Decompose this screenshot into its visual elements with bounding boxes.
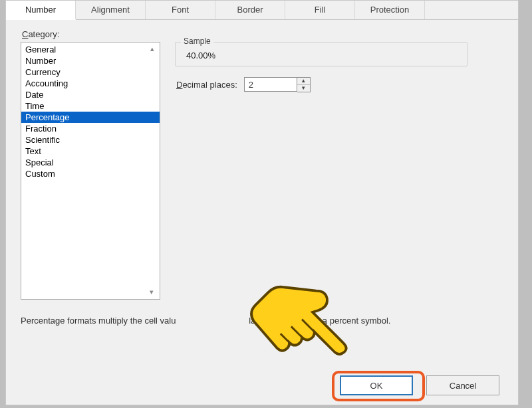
scroll-down-icon[interactable]: ▾ [146, 287, 157, 296]
sample-group: Sample 40.00% [175, 42, 467, 66]
category-item-percentage[interactable]: Percentage [21, 112, 160, 123]
svg-line-1 [291, 326, 302, 337]
tab-number[interactable]: Number [6, 1, 76, 20]
dialog-body: Category: General Number Currency Accoun… [6, 20, 518, 300]
settings-panel: Sample 40.00% Decimal places: ▲ ▼ [175, 42, 503, 300]
tab-alignment[interactable]: Alignment [76, 1, 146, 19]
category-item-number[interactable]: Number [21, 55, 160, 66]
ok-button[interactable]: OK [340, 375, 413, 395]
decimal-places-input[interactable] [244, 77, 297, 92]
scroll-up-icon[interactable]: ▴ [147, 44, 158, 53]
spinner-down-icon[interactable]: ▼ [297, 85, 310, 92]
decimal-places-spinner[interactable]: ▲ ▼ [244, 77, 311, 92]
svg-line-2 [281, 334, 289, 342]
dialog-button-row: OK Cancel [340, 375, 499, 395]
sample-value: 40.00% [186, 51, 460, 60]
category-item-accounting[interactable]: Accounting [21, 78, 160, 89]
category-label: Category: [22, 29, 503, 39]
cancel-button[interactable]: Cancel [426, 375, 499, 395]
category-item-special[interactable]: Special [21, 157, 160, 168]
tab-fill[interactable]: Fill [285, 1, 355, 19]
tab-font[interactable]: Font [146, 1, 215, 19]
category-item-time[interactable]: Time [21, 100, 160, 112]
category-item-custom[interactable]: Custom [21, 168, 160, 179]
listbox-scrollbar[interactable]: ▴ [146, 44, 158, 230]
category-item-scientific[interactable]: Scientific [21, 134, 160, 146]
tab-bar: Number Alignment Font Border Fill Protec… [6, 1, 518, 20]
category-item-general[interactable]: General [21, 44, 160, 55]
sample-legend: Sample [181, 37, 213, 46]
category-item-text[interactable]: Text [21, 146, 160, 157]
format-cells-dialog: Number Alignment Font Border Fill Protec… [5, 0, 519, 405]
category-item-currency[interactable]: Currency [21, 66, 160, 78]
tab-border[interactable]: Border [215, 1, 285, 19]
category-item-date[interactable]: Date [21, 89, 160, 100]
category-item-fraction[interactable]: Fraction [21, 123, 160, 134]
category-description: Percentage formats multiply the cell val… [21, 316, 390, 326]
spinner-up-icon[interactable]: ▲ [297, 78, 310, 85]
tab-protection[interactable]: Protection [355, 1, 425, 19]
decimal-places-label: Decimal places: [176, 80, 237, 90]
category-listbox[interactable]: General Number Currency Accounting Date … [21, 42, 160, 300]
